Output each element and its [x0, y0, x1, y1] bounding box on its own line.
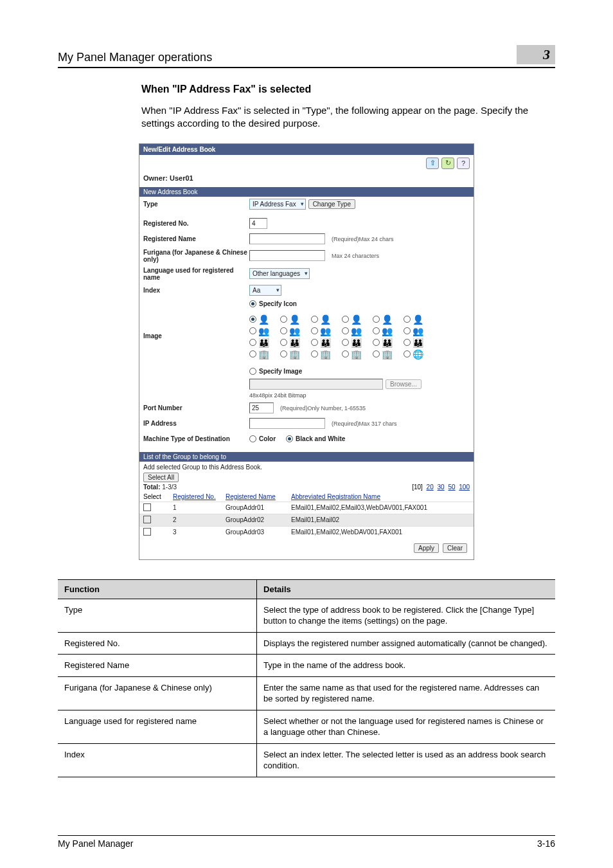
total-label: Total:	[143, 484, 160, 491]
furigana-input[interactable]	[249, 250, 325, 261]
page-size-100[interactable]: 100	[459, 484, 470, 491]
page-size-50[interactable]: 50	[448, 484, 455, 491]
icon-radio[interactable]	[311, 327, 318, 334]
icon-radio[interactable]	[249, 316, 256, 323]
col-details: Details	[257, 579, 555, 599]
icon-radio[interactable]	[342, 339, 349, 346]
icon-radio[interactable]	[311, 339, 318, 346]
row-no: 2	[169, 514, 222, 526]
index-select[interactable]: Aa	[249, 285, 281, 296]
fn-detail: Type in the name of the address book.	[257, 655, 555, 677]
index-label: Index	[143, 287, 249, 294]
row-checkbox[interactable]	[143, 503, 151, 511]
building-icon: 🏢	[320, 350, 331, 359]
person-icon: 👤	[382, 315, 393, 324]
icon-radio[interactable]	[311, 350, 318, 357]
table-row: Furigana (for Japanese & Chinese only) E…	[58, 676, 555, 710]
type-select[interactable]: IP Address Fax	[249, 199, 306, 210]
col-registered-name[interactable]: Registered Name	[222, 492, 287, 502]
ip-input[interactable]	[249, 418, 325, 429]
bw-option-label: Black and White	[296, 435, 345, 442]
col-registered-no[interactable]: Registered No.	[169, 492, 222, 502]
group-icon: 👪	[413, 338, 423, 347]
person-alt-icon: 👥	[289, 327, 300, 336]
globe-icon: 🌐	[413, 350, 423, 359]
footer-page-number: 3-16	[537, 838, 555, 849]
specify-icon-label: Specify Icon	[259, 300, 297, 307]
ip-hint: (Required)Max 317 chars	[332, 420, 397, 427]
color-radio[interactable]	[249, 435, 256, 442]
port-input[interactable]: 25	[249, 402, 274, 413]
select-all-button[interactable]: Select All	[143, 473, 179, 482]
total-range: 1-3/3	[162, 484, 177, 491]
person-alt-icon: 👥	[382, 327, 393, 336]
registered-name-label: Registered Name	[143, 235, 249, 242]
running-header: My Panel Manager operations	[58, 51, 212, 64]
registered-no-value: 4	[249, 218, 267, 229]
person-icon: 👤	[289, 315, 300, 324]
row-abbrev: EMail01,EMail02	[287, 514, 474, 526]
icon-radio[interactable]	[373, 316, 380, 323]
icon-radio[interactable]	[342, 327, 349, 334]
specify-image-radio[interactable]	[249, 368, 256, 375]
new-address-book-header: New Address Book	[139, 187, 474, 197]
language-label: Language used for registered name	[143, 267, 249, 281]
specify-icon-radio[interactable]	[249, 300, 256, 307]
table-row[interactable]: 3 GroupAddr03 EMail01,EMail02,WebDAV001,…	[139, 526, 474, 538]
browse-button: Browse...	[386, 379, 422, 389]
fn-detail: Select the type of address book to be re…	[257, 599, 555, 632]
icon-radio[interactable]	[373, 327, 380, 334]
header-rule	[58, 67, 555, 68]
icon-radio[interactable]	[249, 327, 256, 334]
page-size-10[interactable]: [10]	[412, 484, 423, 491]
icon-radio[interactable]	[342, 350, 349, 357]
icon-radio[interactable]	[249, 350, 256, 357]
person-icon: 👤	[351, 315, 362, 324]
registered-name-input[interactable]	[249, 233, 325, 244]
footer-rule	[58, 835, 555, 836]
page-size-20[interactable]: 20	[427, 484, 434, 491]
building-icon: 🏢	[351, 350, 362, 359]
table-row[interactable]: 1 GroupAddr01 EMail01,EMail02,EMail03,We…	[139, 502, 474, 514]
icon-radio[interactable]	[404, 316, 411, 323]
icon-radio[interactable]	[280, 339, 287, 346]
refresh-icon[interactable]: ↻	[441, 158, 454, 169]
page-size-30[interactable]: 30	[438, 484, 445, 491]
section-heading: When "IP Address Fax" is selected	[58, 84, 555, 95]
type-label: Type	[143, 201, 249, 208]
bw-radio[interactable]	[286, 435, 293, 442]
icon-radio[interactable]	[342, 316, 349, 323]
clear-button[interactable]: Clear	[443, 543, 467, 553]
row-name: GroupAddr03	[222, 526, 287, 538]
table-row: Type Select the type of address book to …	[58, 599, 555, 632]
table-row: Registered Name Type in the name of the …	[58, 655, 555, 677]
icon-radio[interactable]	[249, 339, 256, 346]
icon-radio[interactable]	[373, 339, 380, 346]
icon-radio[interactable]	[280, 350, 287, 357]
icon-radio[interactable]	[404, 327, 411, 334]
icon-radio[interactable]	[404, 350, 411, 357]
group-icon: 👪	[320, 338, 331, 347]
row-checkbox[interactable]	[143, 528, 151, 536]
row-checkbox[interactable]	[143, 516, 151, 523]
help-icon[interactable]: ?	[457, 158, 470, 169]
person-alt-icon: 👥	[320, 327, 331, 336]
icon-radio[interactable]	[404, 339, 411, 346]
fn-name: Registered No.	[58, 632, 257, 655]
table-row[interactable]: 2 GroupAddr02 EMail01,EMail02	[139, 514, 474, 526]
apply-button[interactable]: Apply	[414, 543, 439, 553]
person-alt-icon: 👥	[258, 327, 269, 336]
col-abbrev[interactable]: Abbreviated Registration Name	[287, 492, 474, 502]
icon-radio[interactable]	[280, 327, 287, 334]
icon-radio[interactable]	[373, 350, 380, 357]
export-icon[interactable]: ⇧	[426, 158, 439, 169]
function-details-table: Function Details Type Select the type of…	[58, 579, 555, 777]
row-no: 1	[169, 502, 222, 514]
change-type-button[interactable]: Change Type	[308, 199, 355, 209]
icon-radio[interactable]	[280, 316, 287, 323]
row-abbrev: EMail01,EMail02,EMail03,WebDAV001,FAX001	[287, 502, 474, 514]
group-list-subtext: Add selected Group to this Address Book.	[139, 462, 474, 473]
language-select[interactable]: Other languages	[249, 268, 310, 279]
icon-radio[interactable]	[311, 316, 318, 323]
group-list-header: List of the Group to belong to	[139, 452, 474, 462]
